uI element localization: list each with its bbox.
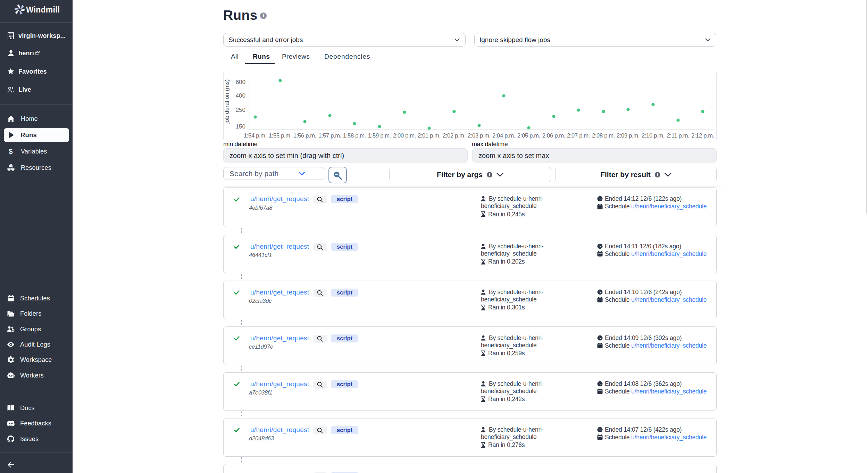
svg-text:2:08 p.m.: 2:08 p.m. — [592, 132, 615, 139]
svg-text:2:04 p.m.: 2:04 p.m. — [492, 132, 515, 139]
svg-text:600: 600 — [236, 79, 245, 85]
svg-text:2:11 p.m.: 2:11 p.m. — [667, 132, 690, 139]
svg-text:2:00 p.m.: 2:00 p.m. — [393, 132, 416, 139]
svg-text:1:59 p.m.: 1:59 p.m. — [368, 132, 391, 139]
svg-text:2:09 p.m.: 2:09 p.m. — [617, 132, 640, 139]
svg-text:2:02 p.m.: 2:02 p.m. — [443, 132, 466, 139]
svg-text:1:55 p.m.: 1:55 p.m. — [269, 132, 292, 139]
svg-text:2:07 p.m.: 2:07 p.m. — [567, 132, 590, 139]
svg-text:150: 150 — [236, 123, 245, 130]
svg-text:$: $ — [9, 148, 12, 155]
svg-text:2:10 p.m.: 2:10 p.m. — [642, 132, 665, 139]
svg-text:2:06 p.m.: 2:06 p.m. — [542, 132, 565, 139]
svg-text:2:05 p.m.: 2:05 p.m. — [517, 132, 540, 139]
svg-text:250: 250 — [236, 107, 245, 113]
svg-text:1:56 p.m.: 1:56 p.m. — [293, 132, 316, 139]
svg-text:job duration (ms): job duration (ms) — [224, 79, 230, 124]
svg-text:400: 400 — [236, 92, 245, 99]
svg-text:2:01 p.m.: 2:01 p.m. — [418, 132, 441, 139]
svg-text:1:58 p.m.: 1:58 p.m. — [343, 132, 366, 139]
svg-text:2:03 p.m.: 2:03 p.m. — [468, 132, 491, 139]
svg-text:1:57 p.m.: 1:57 p.m. — [318, 132, 341, 139]
svg-text:1:54 p.m.: 1:54 p.m. — [244, 132, 267, 139]
svg-text:2:12 p.m.: 2:12 p.m. — [691, 132, 714, 139]
